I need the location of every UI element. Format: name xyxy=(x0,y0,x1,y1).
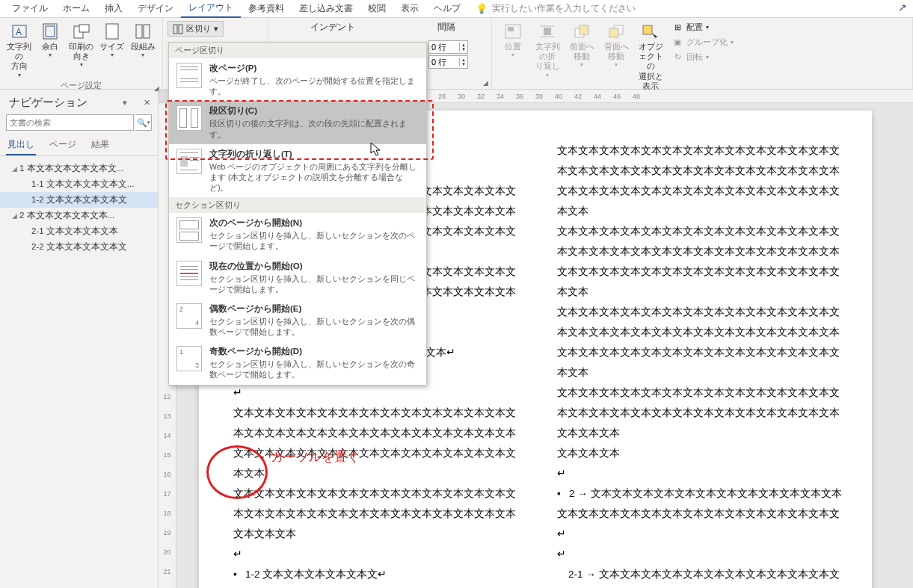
break-item-page[interactable]: 改ページ(P)ページが終了し、次のページが開始する位置を指定します。 xyxy=(169,58,426,101)
send-backward-icon xyxy=(606,22,627,40)
svg-text:A: A xyxy=(16,27,22,37)
nav-item[interactable]: 2-1 文本文本文本文本 xyxy=(0,223,158,239)
breaks-section-page: ページ区切り xyxy=(169,43,426,58)
align-button[interactable]: ⊞配置▾ xyxy=(671,21,734,33)
svg-rect-12 xyxy=(508,27,514,31)
nav-item[interactable]: ◢2 本文本文本文本文本... xyxy=(0,208,158,223)
tab-help[interactable]: ヘルプ xyxy=(426,0,468,17)
ribbon: A 文字列の 方向▾ 余白▾ 印刷の 向き▾ サイズ▾ 段組み▾ ページ設定◢ xyxy=(0,18,913,90)
svg-rect-20 xyxy=(643,25,652,34)
tell-me-placeholder: 実行したい作業を入力してください xyxy=(492,2,636,15)
nav-tab-headings[interactable]: 見出し xyxy=(6,135,36,155)
svg-rect-5 xyxy=(79,25,89,32)
text-wrap-break-icon xyxy=(176,149,202,174)
nav-headings-list: ◢1 本文本文本文本文本文... 1-1 文本文本文本文本文... 1-2 文本… xyxy=(0,156,158,259)
tab-insert[interactable]: 挿入 xyxy=(97,0,130,17)
tab-design[interactable]: デザイン xyxy=(130,0,181,17)
text-direction-icon: A xyxy=(9,22,30,40)
tab-references[interactable]: 参考資料 xyxy=(241,0,292,17)
group-button: ▣グループ化▾ xyxy=(671,36,734,48)
rotate-button: ↻回転▾ xyxy=(671,51,734,63)
group-page-setup: A 文字列の 方向▾ 余白▾ 印刷の 向き▾ サイズ▾ 段組み▾ ページ設定◢ xyxy=(0,18,163,89)
rotate-icon: ↻ xyxy=(671,51,683,63)
nav-tab-pages[interactable]: ページ xyxy=(48,135,78,155)
break-item-next-page[interactable]: 次のページから開始(N)セクション区切りを挿入し、新しいセクションを次のページで… xyxy=(169,213,426,256)
odd-page-section-icon: 13 xyxy=(176,346,202,371)
tab-home[interactable]: ホーム xyxy=(55,0,97,17)
search-icon: 🔍 xyxy=(137,118,147,128)
lightbulb-icon: 💡 xyxy=(476,3,488,14)
svg-rect-10 xyxy=(179,25,182,34)
group-label-page-setup: ページ設定◢ xyxy=(4,80,158,93)
wrap-text-button: 文字列の折 り返し▾ xyxy=(531,21,564,80)
nav-item[interactable]: 1-1 文本文本文本文本文... xyxy=(0,176,158,192)
align-icon: ⊞ xyxy=(671,21,683,33)
group-arrange: 位置▾ 文字列の折 り返し▾ 前面へ 移動▾ 背面へ 移動▾ オブジェクトの 選… xyxy=(492,18,913,89)
margins-icon xyxy=(40,22,61,40)
send-backward-button: 背面へ 移動▾ xyxy=(600,21,633,70)
share-icon[interactable]: ↗ xyxy=(898,1,907,13)
tab-review[interactable]: 校閲 xyxy=(360,0,393,17)
margins-button[interactable]: 余白▾ xyxy=(35,21,64,80)
selection-pane-button[interactable]: オブジェクトの 選択と表示 xyxy=(634,21,667,93)
orientation-icon xyxy=(71,22,92,40)
even-page-section-icon: 24 xyxy=(176,303,202,329)
break-item-continuous[interactable]: 現在の位置から開始(O)セクション区切りを挿入し、新しいセクションを同じページで… xyxy=(169,256,426,299)
position-button: 位置▾ xyxy=(497,21,529,61)
svg-rect-3 xyxy=(46,26,55,37)
tab-layout[interactable]: レイアウト xyxy=(181,0,241,18)
tab-mailings[interactable]: 差し込み文書 xyxy=(292,0,360,17)
group-icon: ▣ xyxy=(671,36,683,48)
break-item-even-page[interactable]: 24 偶数ページから開始(E)セクション区切りを挿入し、新しいセクションを次の偶… xyxy=(169,299,426,341)
page-break-icon xyxy=(176,63,202,88)
svg-rect-19 xyxy=(609,28,618,37)
continuous-section-icon xyxy=(176,261,202,286)
svg-rect-17 xyxy=(580,25,588,34)
columns-button[interactable]: 段組み▾ xyxy=(129,21,158,80)
breaks-icon xyxy=(173,24,183,34)
breaks-button[interactable]: 区切り ▾ xyxy=(167,21,224,37)
nav-item[interactable]: 2-2 文本文本文本文本文 xyxy=(0,239,158,255)
columns-icon xyxy=(132,22,153,40)
next-page-section-icon xyxy=(176,217,202,243)
break-item-column[interactable]: 段区切り(C)段区切りの後の文字列は、次の段の先頭に配置されます。 xyxy=(169,101,426,143)
break-item-text-wrapping[interactable]: 文字列の折り返し(T)Web ページのオブジェクトの周囲にある文字列を分離します… xyxy=(169,144,426,198)
spacing-after-input[interactable]: ▲▼ xyxy=(428,55,468,69)
spacing-label: 間隔 xyxy=(437,21,455,34)
break-item-odd-page[interactable]: 13 奇数ページから開始(D)セクション区切りを挿入し、新しいセクションを次の奇… xyxy=(169,341,426,384)
text-direction-button[interactable]: A 文字列の 方向▾ xyxy=(4,21,34,80)
chevron-down-icon: ▾ xyxy=(214,24,218,34)
nav-dropdown-icon[interactable]: ▾ xyxy=(123,98,127,108)
menu-bar: ファイル ホーム 挿入 デザイン レイアウト 参考資料 差し込み文書 校閲 表示… xyxy=(0,0,913,18)
svg-rect-13 xyxy=(544,28,551,35)
nav-search-input[interactable] xyxy=(6,114,134,131)
position-icon xyxy=(502,22,523,40)
svg-rect-9 xyxy=(173,25,177,34)
nav-item-selected[interactable]: 1-2 文本文本文本文本文 xyxy=(0,192,158,208)
selection-icon xyxy=(640,22,661,40)
svg-rect-6 xyxy=(106,24,118,39)
nav-item[interactable]: ◢1 本文本文本文本文本文... xyxy=(0,161,158,176)
orientation-button[interactable]: 印刷の 向き▾ xyxy=(67,21,96,80)
navigation-pane: ナビゲーション ▾ ✕ 🔍▾ 見出し ページ 結果 ◢1 本文本文本文本文本文.… xyxy=(0,90,159,588)
tab-file[interactable]: ファイル xyxy=(4,0,55,17)
nav-tab-results[interactable]: 結果 xyxy=(90,135,111,155)
size-button[interactable]: サイズ▾ xyxy=(97,21,126,80)
indent-label: インデント xyxy=(310,21,355,34)
spacing-before-input[interactable]: ▲▼ xyxy=(428,40,468,54)
wrap-icon xyxy=(537,22,558,40)
tell-me-search[interactable]: 💡 実行したい作業を入力してください xyxy=(476,2,636,15)
breaks-section-section: セクション区切り xyxy=(169,197,426,213)
nav-close-icon[interactable]: ✕ xyxy=(144,98,150,108)
column-break-icon xyxy=(176,105,202,131)
body-area: ナビゲーション ▾ ✕ 🔍▾ 見出し ページ 結果 ◢1 本文本文本文本文本文.… xyxy=(0,90,913,588)
dialog-launcher-icon[interactable]: ◢ xyxy=(483,79,488,87)
nav-title: ナビゲーション xyxy=(9,96,87,110)
bring-forward-icon xyxy=(571,22,592,40)
svg-rect-7 xyxy=(136,25,142,38)
nav-search-button[interactable]: 🔍▾ xyxy=(135,114,152,131)
bring-forward-button: 前面へ 移動▾ xyxy=(565,21,598,70)
tab-view[interactable]: 表示 xyxy=(393,0,426,17)
svg-rect-8 xyxy=(144,25,150,38)
size-icon xyxy=(102,22,123,40)
